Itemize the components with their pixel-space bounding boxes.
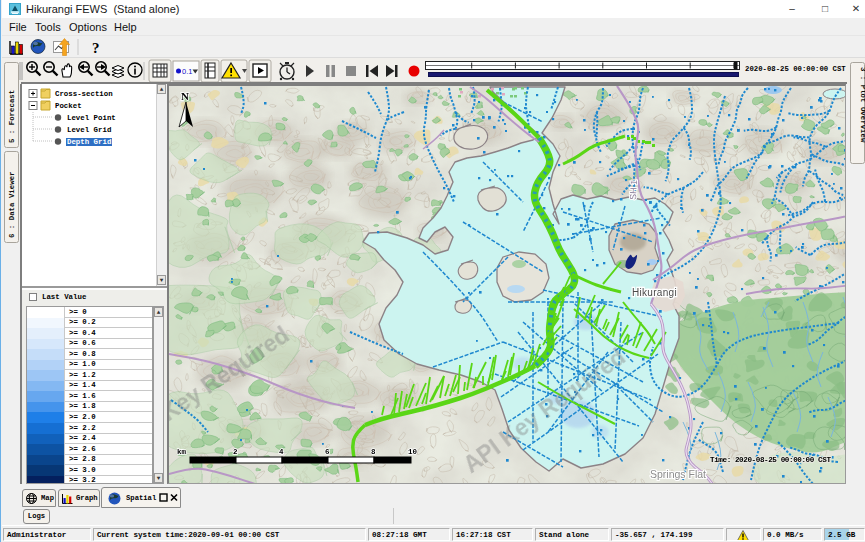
svg-text:Hikurangi: Hikurangi	[632, 287, 677, 298]
svg-text:N: N	[181, 90, 189, 102]
svg-text:6 : Data Viewer: 6 : Data Viewer	[8, 171, 16, 238]
svg-text:Time: 2020-08-25 00:00:00 CST: Time: 2020-08-25 00:00:00 CST	[710, 456, 831, 464]
svg-text:6: 6	[325, 448, 330, 456]
svg-text:3 : Plot Overview: 3 : Plot Overview	[859, 67, 865, 143]
svg-text:8: 8	[371, 448, 376, 456]
svg-text:0.1: 0.1	[182, 67, 192, 76]
svg-text:?: ?	[92, 40, 100, 56]
svg-text:Springs Flat: Springs Flat	[650, 468, 706, 480]
svg-text:SH 1: SH 1	[628, 180, 639, 201]
svg-text:2: 2	[233, 448, 238, 456]
svg-text:km: km	[177, 448, 187, 456]
svg-text:4: 4	[279, 448, 284, 456]
svg-text:5 : Forecast: 5 : Forecast	[8, 90, 16, 143]
svg-text:10: 10	[408, 448, 418, 456]
